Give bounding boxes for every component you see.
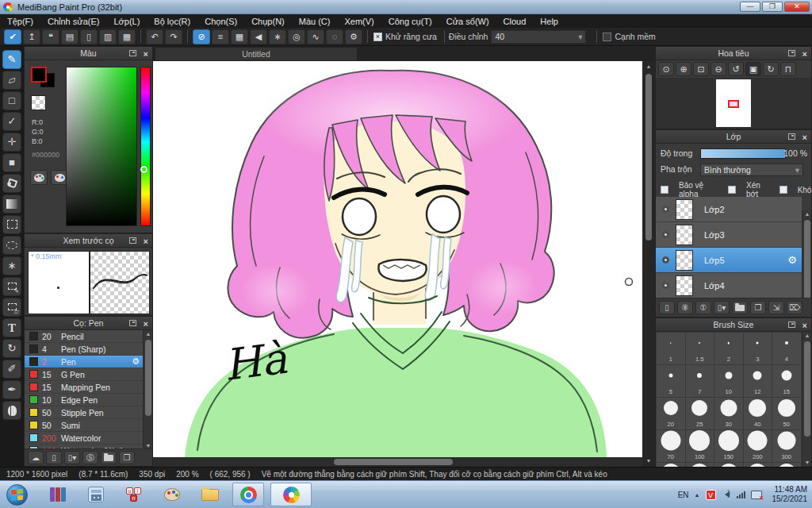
canvas-hscrollbar[interactable] — [153, 457, 642, 467]
select-pen-tool[interactable]: ✎ — [2, 277, 21, 296]
size-cell[interactable]: 15 — [772, 365, 801, 397]
popout-icon[interactable] — [129, 320, 136, 326]
navigator-thumbnail[interactable] — [656, 78, 811, 129]
comment-lines-icon[interactable]: ▤ — [61, 29, 79, 44]
size-cell[interactable]: 20 — [657, 398, 685, 429]
cloud-check-icon[interactable]: ✔ — [4, 29, 21, 44]
popout-icon[interactable] — [129, 237, 136, 244]
zoom-in-icon[interactable]: ⊕ — [676, 62, 691, 76]
brush-tool[interactable]: ✎ — [2, 50, 21, 69]
canvas-vscrollbar[interactable]: ▲ ▼ — [642, 61, 655, 467]
paint-icon[interactable] — [156, 483, 188, 506]
move-tool[interactable]: ✛ — [2, 133, 21, 152]
brush-folder-icon[interactable] — [101, 451, 117, 464]
menu-edit[interactable]: Chỉnh sửa(E) — [40, 17, 106, 26]
size-cell[interactable]: 2 — [714, 333, 743, 364]
delete-layer-icon[interactable]: ⌦ — [787, 301, 802, 314]
select-eraser-tool[interactable]: ▱ — [2, 298, 21, 317]
zoom-fit-icon[interactable]: ⊡ — [693, 62, 709, 76]
size-cell[interactable]: 300 — [772, 430, 801, 462]
menu-select[interactable]: Chọn(S) — [197, 17, 244, 26]
close-icon[interactable]: × — [144, 235, 148, 248]
lock-icon[interactable]: ⊓ — [780, 62, 796, 76]
explorer-icon[interactable] — [194, 483, 226, 506]
alpha-protect-checkbox[interactable] — [661, 186, 668, 194]
zoom-out-icon[interactable]: ⊖ — [710, 62, 726, 76]
add-1bit-layer-icon[interactable]: ① — [695, 301, 711, 314]
brush-row-selected[interactable]: 2Pen⚙ — [25, 356, 143, 368]
brush-row[interactable]: 15G Pen — [25, 368, 143, 381]
menu-window[interactable]: Cửa sổ(W) — [439, 17, 496, 26]
brush-size-scrollbar[interactable]: ▲▼ — [802, 332, 811, 467]
brush-row[interactable]: 15Mapping Pen — [25, 381, 143, 394]
shape-tool[interactable]: □ — [2, 91, 21, 110]
gradient-tool[interactable] — [2, 194, 21, 214]
size-cell[interactable]: 200 — [744, 430, 772, 462]
opacity-slider[interactable] — [700, 148, 786, 159]
layer-row[interactable]: Lớp4 — [656, 273, 802, 298]
volume-icon[interactable] — [722, 491, 730, 498]
brush-row[interactable]: 200Watercolor — [25, 432, 143, 444]
restore-button[interactable]: ❐ — [762, 2, 783, 12]
size-cell[interactable]: 50 — [772, 398, 801, 429]
comment-icon[interactable]: ❝ — [42, 29, 59, 44]
snap-ellipse-icon[interactable]: ◌ — [326, 29, 343, 44]
snap-curve-icon[interactable]: ∿ — [307, 29, 324, 44]
brush-settings-icon[interactable]: ⚙ — [132, 356, 140, 367]
brush-row[interactable]: 50Sumi — [25, 419, 143, 432]
size-cell[interactable]: 70 — [657, 430, 685, 462]
layer-folder-icon[interactable] — [732, 301, 748, 314]
language-indicator[interactable]: EN — [678, 491, 689, 499]
size-cell[interactable]: 40 — [744, 398, 772, 429]
clock[interactable]: 11:48 AM 15/2/2021 — [768, 485, 808, 504]
bucket-tool[interactable] — [2, 174, 21, 193]
size-cell[interactable]: 10 — [714, 365, 743, 397]
unikey-tray-icon[interactable]: V — [706, 490, 716, 500]
brush-row[interactable]: 50Stipple Pen — [25, 406, 143, 419]
merge-layer-icon[interactable]: ⇲ — [768, 301, 784, 314]
snap-radial-icon[interactable]: ∗ — [269, 29, 286, 44]
minimize-button[interactable]: — — [740, 2, 760, 12]
pen-stylus-tool[interactable]: ✐ — [2, 360, 21, 379]
unikey-icon[interactable]: uin — [118, 483, 150, 506]
undo-icon[interactable]: ↶ — [146, 29, 163, 44]
menu-layer[interactable]: Lớp(L) — [106, 17, 147, 26]
close-button[interactable]: ✕ — [784, 2, 810, 12]
brush-cloud-icon[interactable]: ☁ — [28, 451, 44, 464]
close-icon[interactable]: × — [802, 319, 807, 332]
visibility-icon[interactable] — [662, 282, 669, 289]
size-cell[interactable]: 1.5 — [686, 333, 714, 364]
brush-row[interactable]: 4Pen (Sharp) — [25, 343, 143, 356]
layer-row[interactable]: Lớp3 — [656, 222, 802, 248]
size-cell[interactable]: 5 — [657, 365, 685, 397]
document-list-icon[interactable]: ▥ — [99, 29, 117, 44]
transparent-swatch[interactable] — [31, 95, 46, 110]
close-icon[interactable]: × — [144, 48, 148, 60]
size-cell[interactable]: 4 — [772, 333, 801, 364]
menu-filter[interactable]: Bộ lọc(R) — [147, 17, 197, 26]
duplicate-brush-icon[interactable]: ❐ — [119, 451, 135, 464]
menu-cloud[interactable]: Cloud — [496, 17, 534, 26]
visibility-icon[interactable] — [662, 206, 669, 213]
add-brush-menu-icon[interactable]: ▯▾ — [64, 451, 80, 464]
layer-row[interactable]: Lớp2 — [656, 197, 802, 222]
redo-icon[interactable]: ↷ — [165, 29, 182, 44]
start-button[interactable] — [6, 484, 28, 506]
document-icon[interactable]: ▯ — [80, 29, 98, 44]
navigator-viewport[interactable] — [728, 100, 739, 108]
hand-tool[interactable] — [2, 401, 21, 420]
text-tool[interactable]: T — [2, 318, 21, 337]
winrar-icon[interactable] — [42, 483, 74, 506]
select-tool[interactable]: ■ — [2, 153, 21, 172]
blend-dropdown[interactable]: Bình thường — [700, 164, 803, 176]
size-cell[interactable]: 100 — [686, 430, 714, 462]
adjust-dropdown[interactable]: 40 — [491, 30, 586, 44]
canvas-tab[interactable]: Untitled — [155, 47, 358, 61]
size-cell[interactable]: 1 — [657, 333, 685, 364]
add-8bit-layer-icon[interactable]: ⑧ — [677, 301, 693, 314]
popout-icon[interactable] — [788, 321, 795, 328]
saturation-value-picker[interactable] — [66, 67, 137, 226]
medibang-icon[interactable] — [270, 483, 312, 506]
lasso-tool[interactable] — [2, 236, 21, 255]
title-bar[interactable]: MediBang Paint Pro (32bit) — ❐ ✕ — [0, 0, 812, 14]
